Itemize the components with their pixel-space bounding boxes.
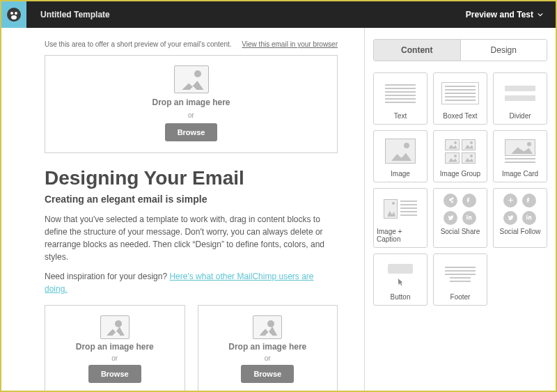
image-group-icon [445,139,476,164]
drop-image-label: Drop an image here [152,97,230,107]
hero-image-dropzone[interactable]: Drop an image here or Browse [45,55,338,153]
or-label: or [188,111,194,119]
panel-tabs: Content Design [373,39,547,61]
social-share-icon [444,194,477,225]
preview-test-dropdown[interactable]: Preview and Test [466,10,543,19]
block-label: Social Share [441,228,480,235]
block-image-caption[interactable]: Image + Caption [373,188,427,248]
preview-hint: Use this area to offer a short preview o… [45,40,232,48]
block-label: Image Group [440,170,480,178]
template-title: Untitled Template [40,10,110,19]
email-canvas: Use this area to offer a short preview o… [1,28,364,391]
image-dropzone-left[interactable]: Drop an image here or Browse [45,305,185,391]
image-dropzone-right[interactable]: Drop an image here or Browse [198,305,338,391]
browse-button[interactable]: Browse [241,365,294,383]
image-placeholder-icon [174,65,209,93]
block-image-group[interactable]: Image Group [433,130,487,182]
block-label: Text [394,112,407,120]
footer-icon [445,267,476,282]
two-column-row: Drop an image here or Browse Your text c… [45,305,338,391]
drop-image-label: Drop an image here [76,342,154,352]
block-social-share[interactable]: Social Share [433,188,487,248]
button-icon [385,262,416,287]
content-panel: Content Design Text Boxed Text Divider [364,28,556,391]
boxed-text-icon [441,82,479,104]
block-label: Boxed Text [443,112,477,120]
column-right: Drop an image here or Browse Your text c… [198,305,338,391]
block-text[interactable]: Text [373,72,427,125]
block-label: Image + Caption [377,228,424,243]
block-label: Footer [450,293,471,301]
social-follow-icon [503,194,537,225]
email-subheading[interactable]: Creating an elegant email is simple [45,194,338,205]
block-image-card[interactable]: Image Card [493,130,547,182]
view-in-browser-link[interactable]: View this email in your browser [242,40,338,48]
image-placeholder-icon [253,315,282,339]
block-label: Button [391,293,411,301]
inspiration-paragraph[interactable]: Need inspiration for your design? Here's… [45,270,338,295]
text-lines-icon [385,84,416,103]
or-label: or [265,354,271,362]
block-social-follow[interactable]: Social Follow [493,188,547,248]
workspace: Use this area to offer a short preview o… [1,28,556,391]
image-icon [385,139,416,164]
divider-icon [505,86,535,101]
chevron-down-icon [538,12,543,17]
top-bar: Untitled Template Preview and Test [1,1,556,28]
drop-image-label: Drop an image here [228,342,306,352]
block-label: Divider [509,112,531,120]
image-caption-icon [384,199,417,219]
block-image[interactable]: Image [373,130,427,182]
svg-point-3 [11,15,17,19]
email-heading[interactable]: Designing Your Email [45,167,338,189]
inspiration-prefix: Need inspiration for your design? [45,272,169,281]
block-divider[interactable]: Divider [493,72,547,125]
block-button[interactable]: Button [373,253,427,306]
block-label: Image Card [502,170,538,178]
block-boxed-text[interactable]: Boxed Text [433,72,487,125]
block-footer[interactable]: Footer [433,253,487,306]
tab-content[interactable]: Content [374,40,460,61]
mailchimp-logo[interactable] [1,1,26,28]
app-frame: Untitled Template Preview and Test Use t… [1,1,556,391]
svg-point-1 [10,12,13,15]
browse-button[interactable]: Browse [165,123,218,141]
email-body[interactable]: Now that you've selected a template to w… [45,213,338,263]
preview-test-label: Preview and Test [466,10,533,19]
block-label: Image [391,170,410,178]
browse-button[interactable]: Browse [88,365,141,383]
image-placeholder-icon [100,315,130,339]
block-grid: Text Boxed Text Divider Image Image Grou… [373,72,547,306]
svg-point-2 [15,12,17,15]
column-left: Drop an image here or Browse Your text c… [45,305,185,391]
image-card-icon [505,139,535,163]
block-label: Social Follow [500,228,541,235]
monkey-icon [6,6,22,23]
or-label: or [111,354,118,362]
tab-design[interactable]: Design [460,40,547,61]
